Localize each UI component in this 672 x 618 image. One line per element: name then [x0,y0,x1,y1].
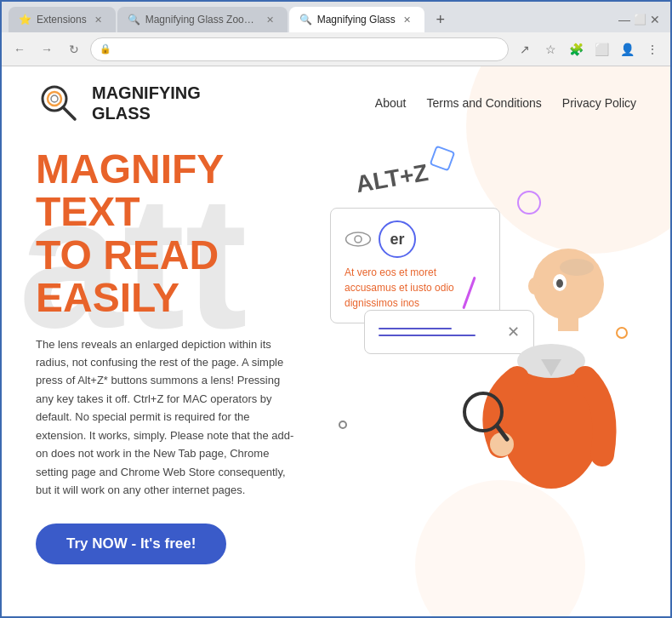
lock-icon: 🔒 [100,43,111,54]
search-line-1 [379,328,452,329]
extensions-tab-label: Extensions [37,14,87,26]
magnifying-glass-tab-icon: 🔍 [299,14,312,26]
address-bar[interactable]: 🔒 [90,37,509,61]
magnifying-glass-tab-close[interactable]: ✕ [401,13,414,26]
nav-link-privacy[interactable]: Privacy Policy [562,96,636,110]
forward-button[interactable]: → [36,38,58,60]
tab-bar: ⭐ Extensions ✕ 🔍 Magnifying Glass Zoom -… [2,2,670,32]
svg-point-16 [560,259,594,276]
site-wrapper: att MAGNIFYING GLASS [2,66,670,616]
nav-link-terms[interactable]: Terms and Conditions [426,96,541,110]
eye-icon [345,231,372,248]
logo-text: MAGNIFYING GLASS [92,83,201,123]
tab-magnifying-glass[interactable]: 🔍 Magnifying Glass ✕ [289,7,424,32]
hero-section: MAGNIFY TEXT TO READ EASILY The lens rev… [2,140,670,564]
magnify-circle: er [379,220,416,258]
toolbar-actions: ↗ ☆ 🧩 ⬜ 👤 ⋮ [514,38,663,60]
svg-point-5 [355,236,362,243]
browser-window: ⭐ Extensions ✕ 🔍 Magnifying Glass Zoom -… [0,0,672,618]
logo: MAGNIFYING GLASS [36,80,201,126]
magnifying-zoom-tab-label: Magnifying Glass Zoom - Chrom... [145,14,259,26]
bookmark-icon[interactable]: ☆ [539,38,561,60]
person-illustration [458,148,636,489]
close-button[interactable]: ✕ [650,13,660,26]
deco-square-1 [430,146,456,172]
browser-toolbar: ← → ↻ 🔒 ↗ ☆ 🧩 ⬜ 👤 ⋮ [2,32,670,66]
menu-icon[interactable]: ⋮ [641,38,663,60]
tab-magnifying-zoom[interactable]: 🔍 Magnifying Glass Zoom - Chrom... ✕ [117,7,288,32]
nav-links: About Terms and Conditions Privacy Polic… [375,96,636,110]
svg-point-3 [51,95,58,102]
svg-point-7 [532,249,604,320]
magnifying-glass-tab-label: Magnifying Glass [317,14,396,26]
svg-point-1 [48,92,61,106]
hero-left: MAGNIFY TEXT TO READ EASILY The lens rev… [36,140,313,564]
magnifying-zoom-tab-icon: 🔍 [128,14,140,26]
svg-point-10 [490,432,514,456]
hero-right: ALT+Z [313,140,636,497]
new-tab-button[interactable]: + [430,9,452,31]
site-nav: MAGNIFYING GLASS About Terms and Conditi… [2,66,670,140]
cta-button[interactable]: Try NOW - It's free! [36,524,226,564]
magnifying-zoom-tab-close[interactable]: ✕ [264,13,277,26]
extensions-tab-icon: ⭐ [19,14,31,26]
share-icon[interactable]: ↗ [514,38,536,60]
svg-point-15 [528,278,540,295]
deco-circle-3 [339,421,347,429]
minimize-button[interactable]: — [618,13,630,26]
svg-point-4 [346,232,371,246]
restore-button[interactable]: ⬜ [634,14,646,26]
page-content: att MAGNIFYING GLASS [2,66,670,616]
hero-headline: MAGNIFY TEXT TO READ EASILY [36,148,313,320]
hero-description: The lens reveals an enlarged depiction w… [36,335,299,500]
logo-icon [36,80,82,126]
svg-rect-8 [558,314,578,331]
account-icon[interactable]: 👤 [616,38,638,60]
alt-z-label: ALT+Z [354,159,430,198]
back-button[interactable]: ← [9,38,31,60]
extensions-tab-close[interactable]: ✕ [92,13,105,26]
profile-icon[interactable]: ⬜ [590,38,612,60]
refresh-button[interactable]: ↻ [63,38,85,60]
tab-extensions[interactable]: ⭐ Extensions ✕ [9,7,116,32]
extensions-icon[interactable]: 🧩 [565,38,587,60]
svg-point-14 [556,279,563,288]
svg-line-2 [63,107,75,119]
nav-link-about[interactable]: About [375,96,407,110]
